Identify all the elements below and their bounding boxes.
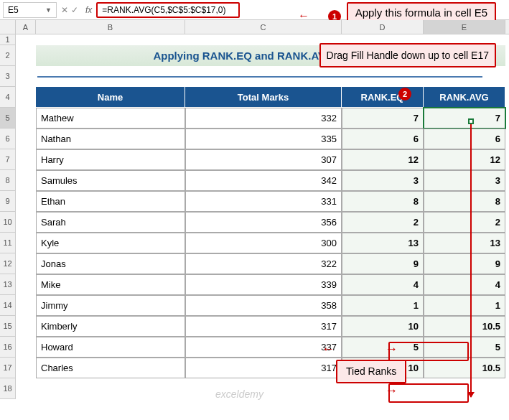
select-all-corner[interactable] xyxy=(0,20,16,34)
cell-rankeq[interactable]: 1 xyxy=(342,295,424,316)
row-header-17[interactable]: 17 xyxy=(0,358,16,378)
cell-rankavg[interactable]: 12 xyxy=(424,149,505,170)
table-row: Kimberly3171010.5 xyxy=(16,316,509,337)
sheet-area[interactable]: Applying RANK.EQ and RANK.AVG Functions … xyxy=(16,34,509,420)
cell-rankeq[interactable]: 10 xyxy=(342,316,424,337)
cell-rankeq[interactable]: 12 xyxy=(342,149,424,170)
cell-name[interactable]: Samules xyxy=(36,170,185,191)
table-row: Mathew33277 xyxy=(16,108,509,129)
row-header-1[interactable]: 1 xyxy=(0,34,16,45)
row-header-10[interactable]: 10 xyxy=(0,212,16,233)
cell-name[interactable]: Nathan xyxy=(36,129,185,149)
cell-rankeq[interactable]: 3 xyxy=(342,170,424,191)
col-header-E[interactable]: E xyxy=(424,20,505,34)
cell-rankeq[interactable]: 7 xyxy=(342,108,424,129)
cell-marks[interactable]: 335 xyxy=(185,129,342,149)
table-row: Samules34233 xyxy=(16,170,509,191)
row-header-7[interactable]: 7 xyxy=(0,149,16,170)
cell-rankavg[interactable]: 2 xyxy=(424,212,505,233)
cell-marks[interactable]: 358 xyxy=(185,295,342,316)
row-header-4[interactable]: 4 xyxy=(0,87,16,108)
row-header-16[interactable]: 16 xyxy=(0,337,16,358)
cell-rankavg[interactable]: 9 xyxy=(424,253,505,274)
title-underline xyxy=(37,76,482,78)
header-marks: Total Marks xyxy=(185,87,342,108)
callout-tied: Tied Ranks xyxy=(336,360,406,383)
cell-marks[interactable]: 307 xyxy=(185,149,342,170)
row-header-9[interactable]: 9 xyxy=(0,191,16,212)
cell-rankeq[interactable]: 13 xyxy=(342,233,424,253)
fill-handle[interactable] xyxy=(468,118,474,124)
cell-name[interactable]: Kimberly xyxy=(36,316,185,337)
cell-rankeq[interactable]: 8 xyxy=(342,191,424,212)
cell-rankavg[interactable]: 10.5 xyxy=(424,316,505,337)
col-header-B[interactable]: B xyxy=(36,20,185,34)
cell-rankeq[interactable]: 4 xyxy=(342,274,424,295)
cell-marks[interactable]: 339 xyxy=(185,274,342,295)
cell-rankavg[interactable]: 3 xyxy=(424,170,505,191)
col-header-D[interactable]: D xyxy=(342,20,424,34)
chevron-down-icon[interactable]: ▼ xyxy=(45,6,52,14)
cell-rankeq[interactable]: 2 xyxy=(342,212,424,233)
row-header-6[interactable]: 6 xyxy=(0,129,16,149)
cell-marks[interactable]: 317 xyxy=(185,316,342,337)
row-header-14[interactable]: 14 xyxy=(0,295,16,316)
arrow-right-icon: → xyxy=(385,342,398,357)
cell-name[interactable]: Jonas xyxy=(36,253,185,274)
cell-name[interactable]: Mike xyxy=(36,274,185,295)
cell-name[interactable]: Howard xyxy=(36,337,185,358)
row-header-3[interactable]: 3 xyxy=(0,66,16,87)
cell-name[interactable]: Kyle xyxy=(36,233,185,253)
table-row: Sarah35622 xyxy=(16,212,509,233)
cell-name[interactable]: Ethan xyxy=(36,191,185,212)
cell-rankavg[interactable]: 13 xyxy=(424,233,505,253)
table-row: Jonas32299 xyxy=(16,253,509,274)
col-header-C[interactable]: C xyxy=(185,20,342,34)
row-header-2[interactable]: 2 xyxy=(0,45,16,66)
fx-icon[interactable]: fx xyxy=(85,5,92,15)
cell-marks[interactable]: 317 xyxy=(185,358,342,378)
row-header-8[interactable]: 8 xyxy=(0,170,16,191)
arrow-right-icon: → xyxy=(385,383,398,398)
formula-input[interactable]: =RANK.AVG(C5,$C$5:$C$17,0) xyxy=(96,2,240,18)
cell-rankavg[interactable]: 1 xyxy=(424,295,505,316)
cell-rankavg[interactable]: 6 xyxy=(424,129,505,149)
cell-name[interactable]: Mathew xyxy=(36,108,185,129)
cell-marks[interactable]: 322 xyxy=(185,253,342,274)
formula-buttons: ✕ ✓ xyxy=(61,5,78,15)
cell-marks[interactable]: 337 xyxy=(185,337,342,358)
col-header-A[interactable]: A xyxy=(16,20,36,34)
cell-rankavg[interactable]: 4 xyxy=(424,274,505,295)
row-header-13[interactable]: 13 xyxy=(0,274,16,295)
name-box[interactable]: E5 ▼ xyxy=(3,2,57,18)
formula-text: =RANK.AVG(C5,$C$5:$C$17,0) xyxy=(102,5,225,15)
row-header-12[interactable]: 12 xyxy=(0,253,16,274)
row-header-5[interactable]: 5 xyxy=(0,108,16,129)
cell-name[interactable]: Sarah xyxy=(36,212,185,233)
row-header-11[interactable]: 11 xyxy=(0,233,16,253)
cell-name[interactable]: Jimmy xyxy=(36,295,185,316)
cell-marks[interactable]: 342 xyxy=(185,170,342,191)
cell-marks[interactable]: 300 xyxy=(185,233,342,253)
table-row: Kyle3001313 xyxy=(16,233,509,253)
cell-reference: E5 xyxy=(8,5,19,15)
cell-rankavg[interactable]: 7 xyxy=(424,108,505,129)
cell-marks[interactable]: 356 xyxy=(185,212,342,233)
header-rankavg: RANK.AVG xyxy=(424,87,505,108)
cell-rankeq[interactable]: 6 xyxy=(342,129,424,149)
column-headers: A B C D E xyxy=(0,20,509,34)
cell-name[interactable]: Charles xyxy=(36,358,185,378)
row-header-18[interactable]: 18 xyxy=(0,378,16,399)
cell-name[interactable]: Harry xyxy=(36,149,185,170)
table-row: Jimmy35811 xyxy=(16,295,509,316)
cancel-icon[interactable]: ✕ xyxy=(61,5,68,15)
cell-rankavg[interactable]: 8 xyxy=(424,191,505,212)
cell-marks[interactable]: 331 xyxy=(185,191,342,212)
cell-marks[interactable]: 332 xyxy=(185,108,342,129)
cell-rankeq[interactable]: 9 xyxy=(342,253,424,274)
tied-highlight-2 xyxy=(388,383,469,403)
accept-icon[interactable]: ✓ xyxy=(71,5,78,15)
row-header-15[interactable]: 15 xyxy=(0,316,16,337)
table-row: Ethan33188 xyxy=(16,191,509,212)
arrow-left-icon: ← xyxy=(322,342,335,357)
